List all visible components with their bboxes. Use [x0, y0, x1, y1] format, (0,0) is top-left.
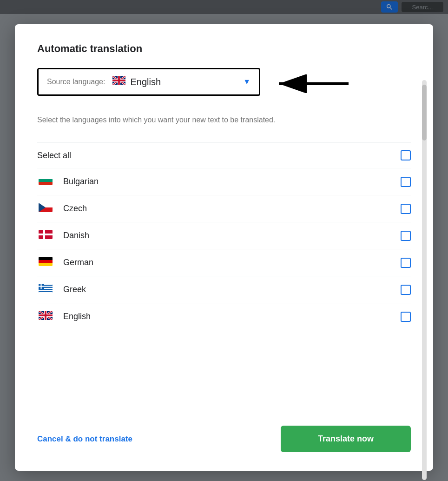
modal-title: Automatic translation — [37, 43, 411, 55]
dropdown-arrow-icon: ▼ — [243, 78, 250, 86]
list-item[interactable]: Danish — [37, 222, 411, 249]
svg-rect-20 — [39, 292, 53, 293]
language-name: Bulgarian — [63, 177, 401, 187]
danish-checkbox[interactable] — [401, 231, 411, 241]
arrow-annotation — [270, 74, 353, 93]
language-name: English — [63, 312, 401, 321]
svg-rect-3 — [39, 176, 53, 179]
bulgarian-checkbox[interactable] — [401, 177, 411, 187]
source-language-selector[interactable]: Source language: English ▼ — [37, 68, 260, 96]
list-item[interactable]: Bulgarian — [37, 168, 411, 195]
language-name: Danish — [63, 231, 401, 240]
english-flag-icon — [112, 76, 125, 88]
svg-rect-12 — [39, 257, 53, 260]
list-item[interactable]: Greek — [37, 276, 411, 303]
german-flag-icon — [37, 257, 54, 268]
modal-footer: Cancel & do not translate Translate now — [37, 416, 411, 452]
pointer-arrow-icon — [270, 74, 353, 93]
german-checkbox[interactable] — [401, 258, 411, 268]
bulgarian-flag-icon — [37, 176, 54, 187]
description-text: Select the languages into which you want… — [37, 114, 372, 126]
svg-rect-4 — [39, 179, 53, 182]
select-all-label: Select all — [37, 151, 401, 160]
english-flag-icon-list — [37, 311, 54, 322]
list-item[interactable]: English — [37, 303, 411, 330]
svg-rect-23 — [39, 286, 44, 287]
language-list: Select all Bulgarian — [37, 142, 411, 398]
source-language-label: Source language: — [47, 78, 105, 86]
source-language-value: English — [130, 77, 239, 87]
language-name: Greek — [63, 285, 401, 294]
select-all-checkbox[interactable] — [401, 150, 411, 160]
greek-checkbox[interactable] — [401, 285, 411, 295]
cancel-button[interactable]: Cancel & do not translate — [37, 429, 132, 449]
scrollbar-thumb[interactable] — [422, 85, 427, 140]
scrollbar[interactable] — [422, 80, 427, 480]
svg-rect-19 — [39, 290, 53, 291]
greek-flag-icon — [37, 284, 54, 295]
translation-modal: Automatic translation Source language: E… — [15, 24, 433, 471]
select-all-row[interactable]: Select all — [37, 142, 411, 168]
language-name: German — [63, 258, 401, 267]
svg-rect-14 — [39, 263, 53, 266]
czech-flag-icon — [37, 203, 54, 214]
list-item[interactable]: Czech — [37, 195, 411, 222]
svg-rect-13 — [39, 260, 53, 263]
danish-flag-icon — [37, 230, 54, 241]
english-checkbox[interactable] — [401, 312, 411, 322]
list-item[interactable]: German — [37, 249, 411, 276]
language-name: Czech — [63, 204, 401, 214]
svg-rect-5 — [39, 182, 53, 185]
svg-rect-11 — [39, 234, 53, 235]
translate-now-button[interactable]: Translate now — [281, 426, 411, 452]
czech-checkbox[interactable] — [401, 204, 411, 214]
